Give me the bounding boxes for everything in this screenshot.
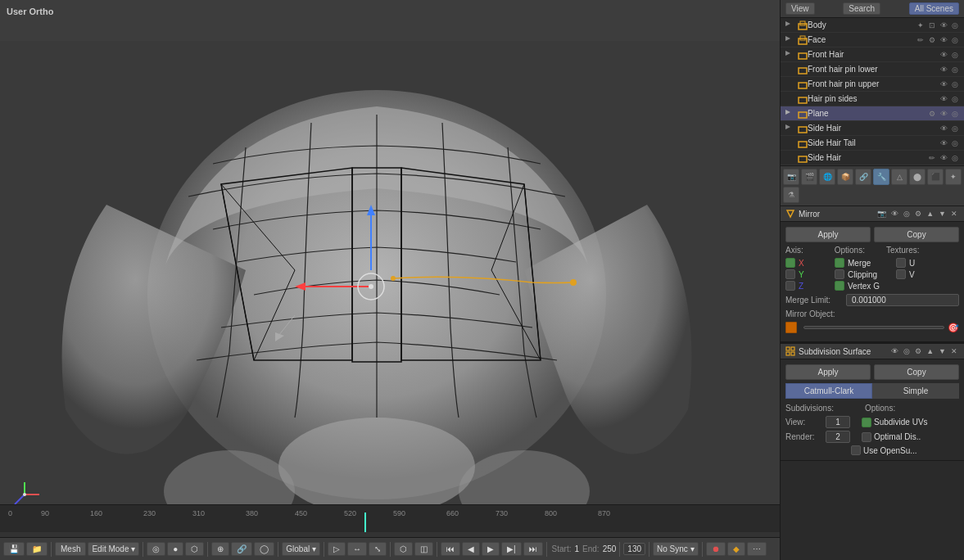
outliner-row-sidehairtail[interactable]: Side Hair Tail 👁 ◎ xyxy=(781,136,964,151)
search-btn[interactable]: Search xyxy=(843,2,880,15)
frame-start-btn[interactable]: ⏮ xyxy=(441,542,460,556)
edit-mode-dropdown[interactable]: Edit Mode ▾ xyxy=(88,542,139,556)
outliner-row-plane[interactable]: Plane ⚙ 👁 ◎ xyxy=(781,106,964,121)
sh-render[interactable]: ◎ xyxy=(949,123,961,134)
simple-tab[interactable]: Simple xyxy=(872,383,959,399)
catmull-clark-tab[interactable]: Catmull-Clark xyxy=(785,383,872,399)
subsurf-apply-btn[interactable]: Apply xyxy=(785,364,871,380)
subsurf-render-btn[interactable]: ◎ xyxy=(902,346,912,356)
props-modifier-btn active[interactable]: 🔧 xyxy=(873,169,889,185)
v-checkbox[interactable] xyxy=(896,269,906,279)
hps-eye[interactable]: 👁 xyxy=(938,93,949,105)
save-file-btn[interactable]: 💾 xyxy=(3,542,25,556)
outliner-row-hps[interactable]: Hair pin sides 👁 ◎ xyxy=(781,92,964,106)
hps-render[interactable]: ◎ xyxy=(949,93,961,105)
sh-eye[interactable]: 👁 xyxy=(938,123,949,134)
record-btn[interactable]: ⏺ xyxy=(706,542,726,556)
current-frame[interactable]: 130 xyxy=(623,543,645,555)
merge-limit-input[interactable]: 0.001000 xyxy=(846,294,959,306)
frame-next-btn[interactable]: ▶| xyxy=(501,542,522,556)
mirror-render-btn[interactable]: ◎ xyxy=(902,209,912,219)
face-pen[interactable]: ✏ xyxy=(915,34,926,46)
viewport-shading-1[interactable]: ◎ xyxy=(147,542,165,556)
mirror-settings-btn[interactable]: ⚙ xyxy=(913,209,923,219)
overlay-btn[interactable]: ⬡ xyxy=(394,542,413,556)
sync-dropdown[interactable]: No Sync ▾ xyxy=(653,542,699,556)
outliner-row-fronthair[interactable]: Front Hair 👁 ◎ xyxy=(781,47,964,62)
proportional-btn[interactable]: ◯ xyxy=(254,542,274,556)
fh-render[interactable]: ◎ xyxy=(949,49,961,61)
mirror-visible-btn[interactable]: 👁 xyxy=(889,209,900,219)
fhpl-render[interactable]: ◎ xyxy=(949,64,961,75)
viewport-shading-2[interactable]: ● xyxy=(167,542,183,556)
xray-btn[interactable]: ◫ xyxy=(414,542,433,556)
all-scenes-btn[interactable]: All Scenes xyxy=(909,2,959,15)
subdivide-uvs-check[interactable] xyxy=(862,418,871,427)
restrict-visible[interactable]: ⊡ xyxy=(926,20,938,31)
props-texture-btn[interactable]: ⬛ xyxy=(927,169,944,185)
face-fork[interactable]: ⚙ xyxy=(926,34,938,46)
eye-icon[interactable]: 👁 xyxy=(938,20,949,31)
props-constraints-btn[interactable]: 🔗 xyxy=(855,169,871,185)
outliner-row-fhpu[interactable]: Front hair pin upper 👁 ◎ xyxy=(781,77,964,92)
plane-eye[interactable]: 👁 xyxy=(938,108,949,120)
outliner-row-face[interactable]: Face ✏ ⚙ 👁 ◎ xyxy=(781,33,964,47)
use-opensu-check[interactable] xyxy=(851,445,861,455)
select-tool[interactable]: ▷ xyxy=(328,542,346,556)
viewport-shading-3[interactable]: ⬡ xyxy=(185,542,204,556)
keyframe-btn[interactable]: ◆ xyxy=(727,542,745,556)
mirror-camera-btn[interactable]: 📷 xyxy=(876,209,888,219)
props-scene-btn[interactable]: 🎬 xyxy=(801,169,817,185)
sh2-pen[interactable]: ✏ xyxy=(926,152,938,164)
mirror-apply-btn[interactable]: Apply xyxy=(785,227,871,242)
render-icon[interactable]: ◎ xyxy=(949,20,961,31)
sh2-render[interactable]: ◎ xyxy=(949,152,961,164)
plane-gear[interactable]: ⚙ xyxy=(926,108,938,120)
outliner-row-sidehair2[interactable]: Side Hair ✏ 👁 ◎ xyxy=(781,151,964,165)
outliner-row-body[interactable]: Body ✦ ⊡ 👁 ◎ xyxy=(781,18,964,33)
scale-tool[interactable]: ⤡ xyxy=(369,542,387,556)
mirror-up-btn[interactable]: ▲ xyxy=(925,209,935,219)
clipping-checkbox[interactable] xyxy=(835,269,844,279)
restrict-select[interactable]: ✦ xyxy=(915,20,926,31)
timeline-area[interactable]: 0 90 160 230 310 380 450 520 590 660 730… xyxy=(0,504,780,537)
props-material-btn[interactable]: ⬤ xyxy=(909,169,926,185)
subsurf-visible-btn[interactable]: 👁 xyxy=(889,346,900,356)
props-physics-btn[interactable]: ⚗ xyxy=(783,187,799,203)
fhpu-eye[interactable]: 👁 xyxy=(938,79,949,90)
mirror-down-btn[interactable]: ▼ xyxy=(937,209,948,219)
subsurf-down-btn[interactable]: ▼ xyxy=(937,346,948,356)
optimal-dis-check[interactable] xyxy=(862,432,871,442)
3d-viewport[interactable]: User Ortho xyxy=(0,0,780,560)
fhpu-render[interactable]: ◎ xyxy=(949,79,961,90)
mesh-btn[interactable]: Mesh xyxy=(55,542,86,556)
mirror-copy-btn[interactable]: Copy xyxy=(874,227,959,242)
props-render-btn[interactable]: 📷 xyxy=(783,169,799,185)
y-checkbox[interactable] xyxy=(785,269,795,279)
u-checkbox[interactable] xyxy=(896,258,906,268)
outliner-row-fhpl[interactable]: Front hair pin lower 👁 ◎ xyxy=(781,62,964,77)
subsurf-settings-btn[interactable]: ⚙ xyxy=(913,346,923,356)
props-data-btn[interactable]: △ xyxy=(891,169,907,185)
outliner-row-sidehair[interactable]: Side Hair 👁 ◎ xyxy=(781,121,964,136)
plane-render[interactable]: ◎ xyxy=(949,108,961,120)
subsurf-close-btn[interactable]: ✕ xyxy=(949,346,959,356)
marker-btn[interactable]: ⋯ xyxy=(747,542,767,556)
face-eye[interactable]: 👁 xyxy=(938,34,949,46)
mirror-close-btn[interactable]: ✕ xyxy=(949,209,959,219)
props-particle-btn[interactable]: ✦ xyxy=(945,169,962,185)
play-btn[interactable]: ▶ xyxy=(482,542,500,556)
frame-prev-btn[interactable]: ◀ xyxy=(462,542,480,556)
props-world-btn[interactable]: 🌐 xyxy=(819,169,835,185)
face-render[interactable]: ◎ xyxy=(949,34,961,46)
merge-checkbox[interactable] xyxy=(835,258,844,268)
view-btn[interactable]: View xyxy=(785,2,815,15)
render-value[interactable]: 2 xyxy=(826,431,850,443)
z-checkbox[interactable] xyxy=(785,281,795,291)
subsurf-up-btn[interactable]: ▲ xyxy=(925,346,935,356)
fh-eye[interactable]: 👁 xyxy=(938,49,949,61)
snap-btn[interactable]: 🔗 xyxy=(231,542,252,556)
sh2-eye[interactable]: 👁 xyxy=(938,152,949,164)
fhpl-eye[interactable]: 👁 xyxy=(938,64,949,75)
vertexg-checkbox[interactable] xyxy=(835,281,844,291)
